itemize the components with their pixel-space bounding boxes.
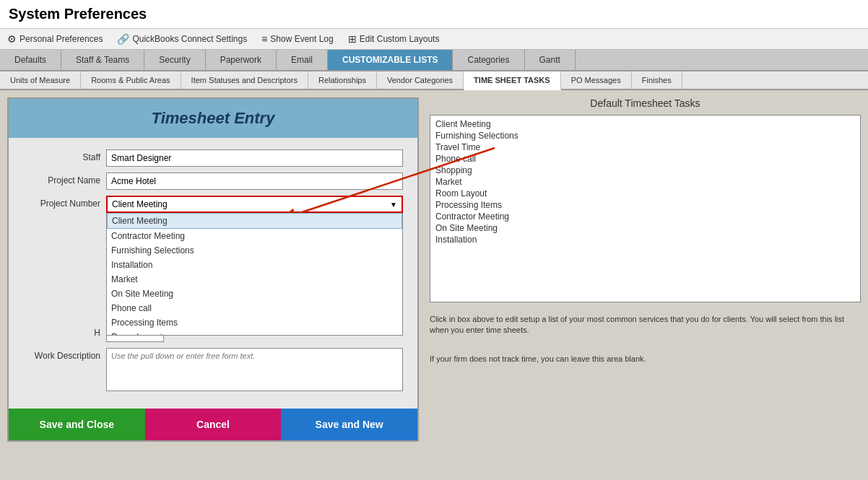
project-name-label: Project Name xyxy=(23,173,106,186)
dropdown-item-market[interactable]: Market xyxy=(107,272,402,287)
dialog-buttons: Save and Close Cancel Save and New xyxy=(9,409,417,440)
subtab-rooms-public-areas[interactable]: Rooms & Public Areas xyxy=(81,71,181,89)
dropdown-item-client-meeting[interactable]: Client Meeting xyxy=(107,213,402,229)
tab-categories[interactable]: Categories xyxy=(453,50,524,70)
service-dropdown-selected[interactable]: Client Meeting ▼ xyxy=(106,196,403,213)
personal-prefs-link[interactable]: ⚙ Personal Preferences xyxy=(7,33,103,45)
tab-email[interactable]: Email xyxy=(277,50,328,70)
tab-gantt[interactable]: Gantt xyxy=(525,50,576,70)
dropdown-item-installation[interactable]: Installation xyxy=(107,258,402,272)
dialog-header: Timesheet Entry xyxy=(9,99,417,138)
timesheet-dialog: Timesheet Entry Staff Project Name Proje… xyxy=(7,97,419,442)
tab-paperwork[interactable]: Paperwork xyxy=(206,50,277,70)
right-panel-title: Default Timesheet Tasks xyxy=(430,97,861,109)
dropdown-item-phone-call[interactable]: Phone call xyxy=(107,301,402,315)
sub-nav: Units of Measure Rooms & Public Areas It… xyxy=(0,71,868,90)
service-dropdown-container: Client Meeting ▼ Client Meeting Contract… xyxy=(106,196,403,213)
main-content: Timesheet Entry Staff Project Name Proje… xyxy=(0,90,868,473)
subtab-timesheet-tasks[interactable]: TIME SHEET TASKS xyxy=(464,71,561,90)
main-nav: Defaults Staff & Teams Security Paperwor… xyxy=(0,50,868,71)
dropdown-item-furnishing-selections[interactable]: Furnishing Selections xyxy=(107,243,402,258)
tab-defaults[interactable]: Defaults xyxy=(0,50,61,70)
work-desc-label: Work Description xyxy=(23,348,106,361)
dropdown-item-processing-items[interactable]: Processing Items xyxy=(107,315,402,330)
dropdown-item-room-layout[interactable]: Room Layout xyxy=(107,330,402,336)
app-header: System Preferences xyxy=(0,0,868,29)
task-item-8[interactable]: Contractor Meeting xyxy=(433,211,857,222)
right-panel-desc1: Click in box above to edit setup a list … xyxy=(430,314,861,336)
list-icon: ≡ xyxy=(261,33,267,45)
save-close-button[interactable]: Save and Close xyxy=(9,409,145,440)
subtab-po-messages[interactable]: PO Messages xyxy=(561,71,632,89)
save-new-button[interactable]: Save and New xyxy=(281,409,417,440)
quickbooks-label: QuickBooks Connect Settings xyxy=(132,34,247,44)
task-item-5[interactable]: Market xyxy=(433,176,857,188)
task-item-6[interactable]: Room Layout xyxy=(433,188,857,199)
task-item-0[interactable]: Client Meeting xyxy=(433,118,857,130)
task-item-2[interactable]: Travel Time xyxy=(433,141,857,153)
dropdown-arrow-icon: ▼ xyxy=(390,201,397,209)
hours-label: H xyxy=(23,325,106,338)
custom-layouts-label: Edit Custom Layouts xyxy=(360,34,440,44)
service-dropdown-list[interactable]: Client Meeting Contractor Meeting Furnis… xyxy=(106,213,403,336)
task-item-9[interactable]: On Site Meeting xyxy=(433,222,857,234)
link-icon: 🔗 xyxy=(117,33,129,45)
task-item-10[interactable]: Installation xyxy=(433,234,857,245)
dropdown-item-on-site-meeting[interactable]: On Site Meeting xyxy=(107,287,402,301)
personal-prefs-label: Personal Preferences xyxy=(19,34,103,44)
dropdown-item-contractor-meeting[interactable]: Contractor Meeting xyxy=(107,229,402,243)
task-item-4[interactable]: Shopping xyxy=(433,165,857,176)
task-item-3[interactable]: Phone call xyxy=(433,153,857,165)
task-item-1[interactable]: Furnishing Selections xyxy=(433,130,857,141)
project-name-row: Project Name xyxy=(23,173,403,190)
staff-label: Staff xyxy=(23,149,106,162)
service-selected-value: Client Meeting xyxy=(112,199,168,209)
dialog-title: Timesheet Entry xyxy=(19,109,407,128)
task-item-7[interactable]: Processing Items xyxy=(433,199,857,211)
cancel-button[interactable]: Cancel xyxy=(145,409,282,440)
tab-customizable-lists[interactable]: CUSTOMIZABLE LISTS xyxy=(328,50,453,70)
subtab-units-of-measure[interactable]: Units of Measure xyxy=(0,71,81,89)
dialog-wrapper: Timesheet Entry Staff Project Name Proje… xyxy=(7,97,419,466)
staff-input[interactable] xyxy=(106,149,403,167)
right-panel-desc2: If your firm does not track time, you ca… xyxy=(430,354,861,365)
subtab-relationships[interactable]: Relationships xyxy=(308,71,377,89)
tab-staff-teams[interactable]: Staff & Teams xyxy=(61,50,144,70)
dialog-body: Staff Project Name Project Number Client… xyxy=(9,138,417,409)
subtab-vendor-categories[interactable]: Vendor Categories xyxy=(377,71,464,89)
custom-layouts-link[interactable]: ⊞ Edit Custom Layouts xyxy=(348,33,440,45)
quickbooks-link[interactable]: 🔗 QuickBooks Connect Settings xyxy=(117,33,247,45)
work-desc-row: Work Description xyxy=(23,348,403,391)
task-list-box[interactable]: Client Meeting Furnishing Selections Tra… xyxy=(430,115,861,302)
project-number-label: Project Number xyxy=(23,196,106,209)
tab-security[interactable]: Security xyxy=(144,50,205,70)
work-desc-textarea[interactable] xyxy=(106,348,403,391)
app-title: System Preferences xyxy=(9,6,859,22)
staff-row: Staff xyxy=(23,149,403,167)
event-log-link[interactable]: ≡ Show Event Log xyxy=(261,33,334,45)
grid-icon: ⊞ xyxy=(348,33,357,45)
subtab-finishes[interactable]: Finishes xyxy=(632,71,682,89)
subtab-item-statuses[interactable]: Item Statuses and Descriptors xyxy=(181,71,308,89)
right-panel: Default Timesheet Tasks Client Meeting F… xyxy=(430,97,861,466)
project-name-input[interactable] xyxy=(106,173,403,190)
event-log-label: Show Event Log xyxy=(270,34,333,44)
gear-icon: ⚙ xyxy=(7,33,17,45)
toolbar: ⚙ Personal Preferences 🔗 QuickBooks Conn… xyxy=(0,29,868,50)
project-number-row: Project Number Client Meeting ▼ Client M… xyxy=(23,196,403,213)
